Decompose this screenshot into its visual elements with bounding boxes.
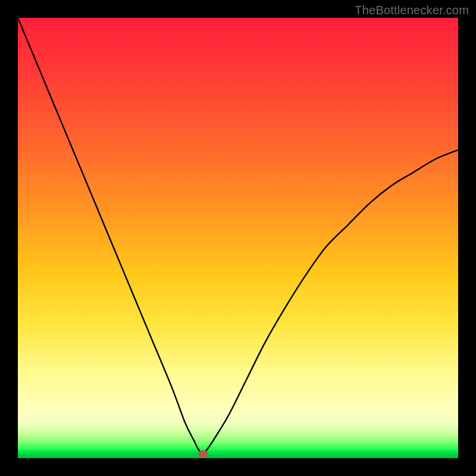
watermark-text: TheBottlenecker.com [355,4,469,17]
bottleneck-curve [18,18,458,458]
curve-path [18,18,458,454]
chart-frame: TheBottlenecker.com [0,0,476,476]
minimum-marker [198,450,208,457]
plot-area [18,18,458,458]
